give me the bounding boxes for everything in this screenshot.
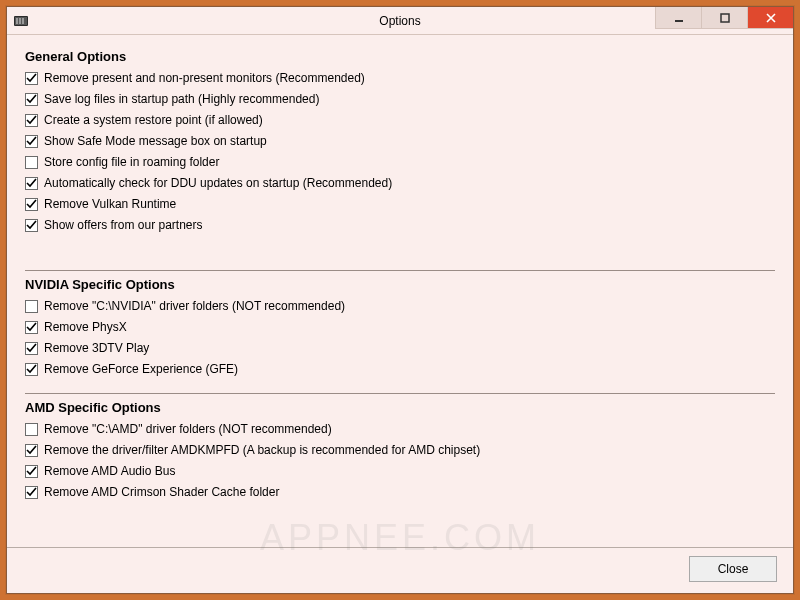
amd-option-2: Remove AMD Audio Bus	[25, 461, 775, 481]
general-label-6: Remove Vulkan Runtime	[44, 197, 176, 211]
section-amd: Remove "C:\AMD" driver folders (NOT reco…	[25, 419, 775, 502]
general-label-3: Show Safe Mode message box on startup	[44, 134, 267, 148]
general-checkbox-7[interactable]	[25, 219, 38, 232]
nvidia-option-0: Remove "C:\NVIDIA" driver folders (NOT r…	[25, 296, 775, 316]
nvidia-label-3: Remove GeForce Experience (GFE)	[44, 362, 238, 376]
app-icon	[13, 13, 29, 29]
content-area: General Options Remove present and non-p…	[7, 35, 793, 547]
nvidia-label-0: Remove "C:\NVIDIA" driver folders (NOT r…	[44, 299, 345, 313]
amd-label-3: Remove AMD Crimson Shader Cache folder	[44, 485, 279, 499]
svg-rect-3	[19, 18, 21, 24]
amd-option-0: Remove "C:\AMD" driver folders (NOT reco…	[25, 419, 775, 439]
amd-checkbox-3[interactable]	[25, 486, 38, 499]
general-option-2: Create a system restore point (if allowe…	[25, 110, 775, 130]
general-option-1: Save log files in startup path (Highly r…	[25, 89, 775, 109]
amd-checkbox-0[interactable]	[25, 423, 38, 436]
close-button-label: Close	[718, 562, 749, 576]
amd-label-0: Remove "C:\AMD" driver folders (NOT reco…	[44, 422, 332, 436]
close-window-button[interactable]	[747, 7, 793, 29]
amd-option-1: Remove the driver/filter AMDKMPFD (A bac…	[25, 440, 775, 460]
amd-checkbox-1[interactable]	[25, 444, 38, 457]
general-label-5: Automatically check for DDU updates on s…	[44, 176, 392, 190]
nvidia-checkbox-1[interactable]	[25, 321, 38, 334]
divider	[25, 270, 775, 271]
general-label-7: Show offers from our partners	[44, 218, 203, 232]
nvidia-option-2: Remove 3DTV Play	[25, 338, 775, 358]
nvidia-checkbox-3[interactable]	[25, 363, 38, 376]
general-option-5: Automatically check for DDU updates on s…	[25, 173, 775, 193]
svg-rect-4	[22, 18, 24, 24]
general-option-7: Show offers from our partners	[25, 215, 775, 235]
nvidia-label-2: Remove 3DTV Play	[44, 341, 149, 355]
general-option-3: Show Safe Mode message box on startup	[25, 131, 775, 151]
amd-label-1: Remove the driver/filter AMDKMPFD (A bac…	[44, 443, 480, 457]
svg-rect-6	[721, 14, 729, 22]
section-title-nvidia: NVIDIA Specific Options	[25, 277, 775, 292]
amd-checkbox-2[interactable]	[25, 465, 38, 478]
section-nvidia: Remove "C:\NVIDIA" driver folders (NOT r…	[25, 296, 775, 379]
minimize-button[interactable]	[655, 7, 701, 29]
nvidia-checkbox-0[interactable]	[25, 300, 38, 313]
nvidia-label-1: Remove PhysX	[44, 320, 127, 334]
nvidia-checkbox-2[interactable]	[25, 342, 38, 355]
general-checkbox-3[interactable]	[25, 135, 38, 148]
general-option-6: Remove Vulkan Runtime	[25, 194, 775, 214]
section-title-amd: AMD Specific Options	[25, 400, 775, 415]
section-general: Remove present and non-present monitors …	[25, 68, 775, 235]
general-checkbox-5[interactable]	[25, 177, 38, 190]
general-checkbox-1[interactable]	[25, 93, 38, 106]
general-option-4: Store config file in roaming folder	[25, 152, 775, 172]
general-checkbox-6[interactable]	[25, 198, 38, 211]
svg-rect-5	[675, 20, 683, 22]
nvidia-option-3: Remove GeForce Experience (GFE)	[25, 359, 775, 379]
bottom-bar: Close	[7, 547, 793, 593]
window-buttons	[655, 7, 793, 29]
svg-rect-2	[16, 18, 18, 24]
titlebar: Options	[7, 7, 793, 35]
general-option-0: Remove present and non-present monitors …	[25, 68, 775, 88]
section-title-general: General Options	[25, 49, 775, 64]
options-window: Options General Options Remove present a…	[6, 6, 794, 594]
divider	[25, 393, 775, 394]
general-checkbox-2[interactable]	[25, 114, 38, 127]
general-label-1: Save log files in startup path (Highly r…	[44, 92, 319, 106]
amd-label-2: Remove AMD Audio Bus	[44, 464, 175, 478]
amd-option-3: Remove AMD Crimson Shader Cache folder	[25, 482, 775, 502]
maximize-button[interactable]	[701, 7, 747, 29]
general-checkbox-4[interactable]	[25, 156, 38, 169]
general-label-2: Create a system restore point (if allowe…	[44, 113, 263, 127]
general-checkbox-0[interactable]	[25, 72, 38, 85]
general-label-4: Store config file in roaming folder	[44, 155, 219, 169]
close-button[interactable]: Close	[689, 556, 777, 582]
general-label-0: Remove present and non-present monitors …	[44, 71, 365, 85]
nvidia-option-1: Remove PhysX	[25, 317, 775, 337]
